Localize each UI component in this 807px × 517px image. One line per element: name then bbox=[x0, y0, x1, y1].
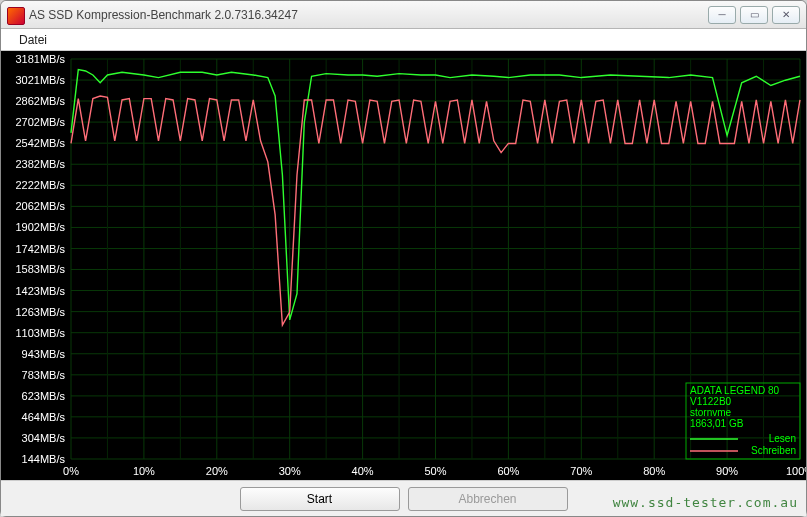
svg-text:3021MB/s: 3021MB/s bbox=[15, 74, 65, 86]
svg-text:Lesen: Lesen bbox=[769, 433, 796, 444]
svg-text:V1122B0: V1122B0 bbox=[690, 396, 732, 407]
svg-text:10%: 10% bbox=[133, 465, 155, 477]
svg-text:stornvme: stornvme bbox=[690, 407, 732, 418]
svg-text:1103MB/s: 1103MB/s bbox=[15, 327, 65, 339]
minimize-button[interactable]: ─ bbox=[708, 6, 736, 24]
svg-text:304MB/s: 304MB/s bbox=[22, 432, 66, 444]
svg-text:1583MB/s: 1583MB/s bbox=[15, 263, 65, 275]
svg-text:1423MB/s: 1423MB/s bbox=[15, 285, 65, 297]
menu-datei[interactable]: Datei bbox=[11, 31, 55, 49]
titlebar: AS SSD Kompression-Benchmark 2.0.7316.34… bbox=[1, 1, 806, 29]
svg-text:2862MB/s: 2862MB/s bbox=[15, 95, 65, 107]
svg-text:1863,01 GB: 1863,01 GB bbox=[690, 418, 744, 429]
svg-text:144MB/s: 144MB/s bbox=[22, 453, 66, 465]
svg-text:20%: 20% bbox=[206, 465, 228, 477]
svg-text:100%: 100% bbox=[786, 465, 806, 477]
svg-text:40%: 40% bbox=[352, 465, 374, 477]
chart-svg: 144MB/s304MB/s464MB/s623MB/s783MB/s943MB… bbox=[1, 51, 806, 479]
svg-text:0%: 0% bbox=[63, 465, 79, 477]
svg-text:Schreiben: Schreiben bbox=[751, 445, 796, 456]
svg-text:783MB/s: 783MB/s bbox=[22, 369, 66, 381]
app-window: AS SSD Kompression-Benchmark 2.0.7316.34… bbox=[0, 0, 807, 517]
chart-area: 144MB/s304MB/s464MB/s623MB/s783MB/s943MB… bbox=[1, 51, 806, 480]
app-icon bbox=[7, 7, 23, 23]
svg-text:30%: 30% bbox=[279, 465, 301, 477]
svg-text:ADATA LEGEND 80: ADATA LEGEND 80 bbox=[690, 385, 780, 396]
svg-text:70%: 70% bbox=[570, 465, 592, 477]
svg-text:2542MB/s: 2542MB/s bbox=[15, 137, 65, 149]
svg-text:2062MB/s: 2062MB/s bbox=[15, 200, 65, 212]
window-title: AS SSD Kompression-Benchmark 2.0.7316.34… bbox=[29, 8, 298, 22]
svg-text:3181MB/s: 3181MB/s bbox=[15, 53, 65, 65]
svg-text:90%: 90% bbox=[716, 465, 738, 477]
watermark: www.ssd-tester.com.au bbox=[613, 495, 798, 510]
footer-bar: Start Abbrechen www.ssd-tester.com.au bbox=[1, 480, 806, 516]
svg-text:2702MB/s: 2702MB/s bbox=[15, 116, 65, 128]
svg-text:2382MB/s: 2382MB/s bbox=[15, 158, 65, 170]
svg-text:1902MB/s: 1902MB/s bbox=[15, 221, 65, 233]
menubar: Datei bbox=[1, 29, 806, 51]
start-button[interactable]: Start bbox=[240, 487, 400, 511]
abort-button[interactable]: Abbrechen bbox=[408, 487, 568, 511]
svg-text:1742MB/s: 1742MB/s bbox=[15, 243, 65, 255]
maximize-button[interactable]: ▭ bbox=[740, 6, 768, 24]
svg-text:2222MB/s: 2222MB/s bbox=[15, 179, 65, 191]
close-button[interactable]: ✕ bbox=[772, 6, 800, 24]
svg-text:80%: 80% bbox=[643, 465, 665, 477]
svg-text:50%: 50% bbox=[424, 465, 446, 477]
svg-text:1263MB/s: 1263MB/s bbox=[15, 306, 65, 318]
svg-text:464MB/s: 464MB/s bbox=[22, 411, 66, 423]
svg-text:943MB/s: 943MB/s bbox=[22, 348, 66, 360]
svg-text:60%: 60% bbox=[497, 465, 519, 477]
svg-text:623MB/s: 623MB/s bbox=[22, 390, 66, 402]
